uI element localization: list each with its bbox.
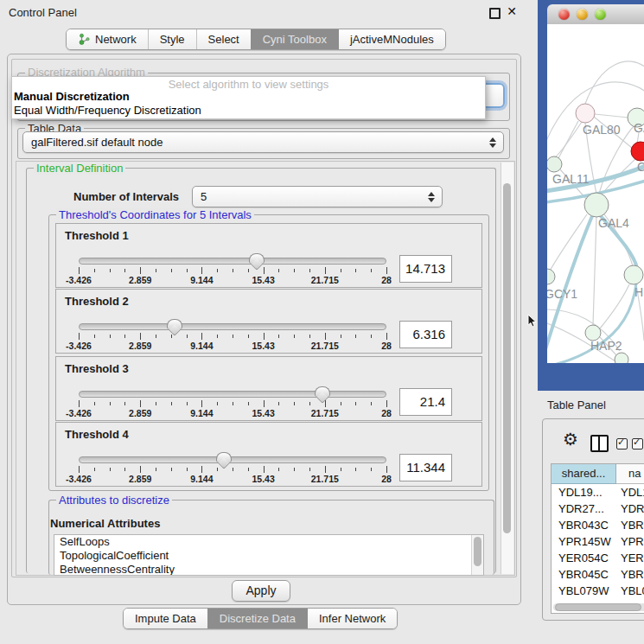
cell[interactable]: YPR1 (615, 533, 644, 550)
slider-track[interactable] (79, 323, 386, 330)
table-row[interactable]: YDR27...YDR2 (552, 501, 644, 517)
close-icon[interactable]: ✕ (507, 4, 517, 18)
threshold-value-field[interactable]: 6.316 (399, 321, 452, 348)
tab-network[interactable]: Network (67, 29, 148, 49)
close-traffic-light[interactable] (558, 9, 570, 20)
node-label-h-partial: H (634, 285, 643, 299)
threshold-label: Threshold 1 (65, 229, 129, 242)
node-gcy1[interactable] (547, 269, 555, 284)
slider-track[interactable] (79, 456, 386, 463)
tab-impute-data[interactable]: Impute Data (124, 609, 207, 628)
cell[interactable]: YDL19... (552, 484, 615, 501)
network-canvas[interactable]: GAL80 GA C GAL11 GAL4 GCY1 H HAP2 (547, 24, 644, 363)
node-label-gal4: GAL4 (598, 216, 629, 230)
list-item[interactable]: TopologicalCoefficient (54, 549, 483, 563)
node-gal11[interactable] (547, 156, 562, 172)
list-scrollbar[interactable] (471, 535, 483, 575)
tab-cyni-toolbox[interactable]: Cyni Toolbox (251, 29, 338, 49)
node-label-c-partial: C (637, 160, 644, 174)
table-row[interactable]: YBR043CYBR0 (552, 517, 644, 533)
gear-icon[interactable]: ⚙ (563, 430, 578, 448)
slider-track[interactable] (79, 391, 386, 398)
bottom-tab-bar: Impute Data Discretize Data Infer Networ… (123, 608, 398, 629)
cell[interactable]: YLR3 (615, 599, 644, 603)
cell[interactable]: YLR345W (552, 599, 615, 603)
column-header-shared[interactable]: shared... (552, 464, 616, 484)
threshold-3-box: Threshold 3 -3.4262.8599.14415.4321.7152… (55, 356, 482, 421)
node-bottom[interactable] (615, 353, 628, 363)
cell[interactable]: YBL079W (552, 583, 615, 599)
tab-label: Cyni Toolbox (263, 33, 327, 46)
node-label-gal11: GAL11 (552, 172, 590, 186)
tab-discretize-data[interactable]: Discretize Data (207, 609, 307, 628)
slider-track[interactable] (79, 258, 386, 265)
cell[interactable]: YBR043C (552, 517, 615, 533)
cell[interactable]: YPR145W (552, 533, 615, 550)
table-data-combobox[interactable]: galFiltered.sif default node (22, 131, 504, 153)
apply-button[interactable]: Apply (232, 580, 290, 602)
threshold-value-field[interactable]: 11.344 (399, 454, 452, 481)
zoom-traffic-light[interactable] (595, 9, 606, 20)
node-gal4[interactable] (584, 193, 609, 217)
mouse-cursor (527, 314, 538, 328)
node-label-gcy1: GCY1 (547, 287, 577, 301)
threshold-2-slider[interactable]: -3.4262.8599.14415.4321.71528 (79, 318, 386, 351)
tab-select[interactable]: Select (196, 29, 251, 49)
checkbox-icon-2[interactable] (632, 438, 643, 450)
algorithm-prompt: Select algorithm to view settings (12, 78, 485, 91)
cell[interactable]: YER0 (615, 550, 644, 566)
threshold-label: Threshold 4 (65, 428, 129, 441)
number-of-intervals-spinner[interactable]: 5 (192, 186, 443, 207)
node-h[interactable] (624, 265, 643, 284)
horizontal-scrollbar[interactable] (553, 603, 644, 611)
cell[interactable]: YER054C (552, 550, 615, 566)
table-row[interactable]: YDL19...YDL1 (552, 484, 644, 501)
node-red-selected[interactable] (631, 142, 644, 161)
scrollbar-thumb[interactable] (503, 183, 511, 533)
cell[interactable]: YDL1 (615, 484, 644, 501)
cell[interactable]: YDR27... (552, 501, 615, 517)
group-title: Interval Definition (34, 162, 125, 175)
minimize-traffic-light[interactable] (577, 9, 588, 20)
list-item[interactable]: BetweennessCentrality (54, 563, 483, 576)
slider-tick-labels: -3.4262.8599.14415.4321.71528 (79, 474, 386, 484)
threshold-value-field[interactable]: 14.713 (399, 255, 452, 283)
threshold-value-field[interactable]: 21.4 (399, 388, 452, 416)
slider-thumb[interactable] (249, 253, 265, 264)
float-window-icon[interactable] (489, 8, 501, 19)
table-row[interactable]: YBR045CYBR0 (552, 566, 644, 583)
threshold-4-slider[interactable]: -3.4262.8599.14415.4321.71528 (79, 451, 386, 484)
slider-thumb[interactable] (315, 386, 330, 397)
table-row[interactable]: YPR145WYPR1 (552, 533, 644, 550)
column-header-name[interactable]: na (616, 464, 644, 484)
numerical-attributes-list[interactable]: SelfLoops TopologicalCoefficient Between… (54, 534, 484, 576)
tab-jactivemnodules[interactable]: jActiveMNodules (338, 29, 445, 49)
table-row[interactable]: YER054CYER0 (552, 550, 644, 566)
table-panel-title: Table Panel (547, 399, 606, 411)
vertical-scrollbar[interactable] (501, 163, 513, 574)
cell[interactable]: YDR2 (615, 501, 644, 517)
node-label-gal80: GAL80 (583, 123, 621, 137)
column-layout-icon[interactable] (590, 435, 609, 452)
node-gal80[interactable] (576, 104, 595, 123)
threshold-1-slider[interactable]: -3.4262.8599.14415.4321.71528 (79, 252, 386, 285)
scrollbar-thumb[interactable] (474, 537, 481, 566)
network-window-titlebar[interactable] (547, 4, 644, 25)
list-item[interactable]: SelfLoops (54, 535, 483, 549)
menu-item-manual-discretization[interactable]: Manual Discretization (14, 90, 130, 103)
checkbox-icon-1[interactable] (616, 438, 628, 450)
tab-infer-network[interactable]: Infer Network (307, 609, 397, 628)
slider-thumb[interactable] (167, 319, 182, 329)
scrollbar-thumb[interactable] (555, 603, 641, 611)
table-row[interactable]: YBL079WYBL0 (552, 583, 644, 599)
slider-thumb[interactable] (216, 452, 232, 462)
cell[interactable]: YBR045C (552, 566, 615, 583)
tab-label: Select (208, 33, 239, 46)
cell[interactable]: YBR0 (615, 517, 644, 533)
menu-item-equal-width-frequency[interactable]: Equal Width/Frequency Discretization (14, 104, 201, 117)
threshold-3-slider[interactable]: -3.4262.8599.14415.4321.71528 (79, 386, 386, 418)
cell[interactable]: YBR0 (615, 566, 644, 583)
tab-style[interactable]: Style (148, 29, 196, 49)
cell[interactable]: YBL0 (615, 583, 644, 599)
table-row[interactable]: YLR345WYLR3 (552, 599, 644, 603)
